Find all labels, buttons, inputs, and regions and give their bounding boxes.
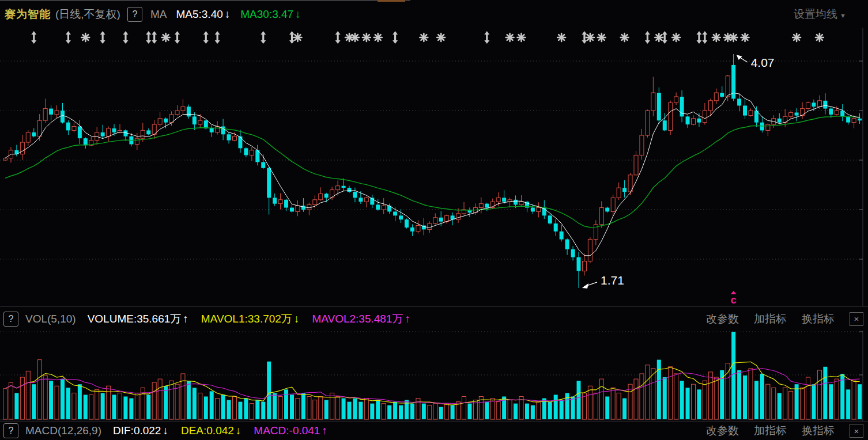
- macd-indicator-label: MACD(12,26,9): [25, 424, 101, 437]
- macd-change-params-button[interactable]: 改参数: [706, 423, 739, 438]
- macd-help-button[interactable]: ?: [3, 423, 18, 438]
- ma5-down-arrow-icon: ↓: [225, 8, 231, 20]
- vol-change-params-button[interactable]: 改参数: [706, 312, 739, 327]
- chart-header: 赛为智能 (日线,不复权) ? MA MA5:3.40↓ MA30:3.47↓ …: [0, 1, 868, 28]
- ma-help-button[interactable]: ?: [127, 7, 142, 22]
- ma30-value: MA30:3.47↓: [240, 8, 300, 21]
- svg-text:1.71: 1.71: [601, 274, 624, 287]
- period-label: (日线,不复权): [55, 7, 120, 22]
- dif-down-arrow-icon: ↓: [163, 424, 168, 437]
- volume-value: VOLUME:35.661万↑: [88, 312, 188, 327]
- macd-switch-indicator-button[interactable]: 换指标: [802, 423, 835, 438]
- mavol2-up-arrow-icon: ↑: [405, 313, 410, 325]
- macd-value: MACD:-0.041↑: [254, 424, 327, 437]
- set-ma-dropdown[interactable]: 设置均线▼: [794, 7, 846, 22]
- vol-close-button[interactable]: ×: [850, 312, 863, 326]
- vol-help-button[interactable]: ?: [3, 312, 18, 327]
- mavol1-value: MAVOL1:33.702万↓: [201, 312, 300, 327]
- ma-group-label: MA: [150, 8, 167, 21]
- volume-indicator-bar: ? VOL(5,10) VOLUME:35.661万↑ MAVOL1:33.70…: [0, 307, 868, 331]
- volume-up-arrow-icon: ↑: [183, 313, 188, 325]
- svg-text:4.07: 4.07: [751, 56, 775, 69]
- close-icon: ×: [854, 426, 859, 436]
- mavol2-value: MAVOL2:35.481万↑: [312, 312, 410, 327]
- macd-up-arrow-icon: ↑: [322, 424, 327, 437]
- svg-text:c: c: [731, 294, 737, 306]
- ma5-value: MA5:3.40↓: [176, 8, 230, 21]
- stock-chart-app: 赛为智能 (日线,不复权) ? MA MA5:3.40↓ MA30:3.47↓ …: [0, 0, 868, 440]
- dif-value: DIF:0.022↓: [113, 424, 168, 437]
- macd-indicator-bar: ? MACD(12,26,9) DIF:0.022↓ DEA:0.042↓ MA…: [0, 422, 868, 440]
- main-chart-canvas[interactable]: 4.071.71c: [0, 28, 868, 306]
- stock-name: 赛为智能: [5, 7, 51, 22]
- chevron-down-icon: ▼: [840, 12, 846, 19]
- vol-add-indicator-button[interactable]: 加指标: [754, 312, 787, 327]
- macd-add-indicator-button[interactable]: 加指标: [754, 423, 787, 438]
- macd-close-button[interactable]: ×: [850, 424, 863, 438]
- vol-switch-indicator-button[interactable]: 换指标: [802, 312, 835, 327]
- dea-down-arrow-icon: ↓: [236, 424, 241, 437]
- close-icon: ×: [854, 314, 859, 324]
- dea-value: DEA:0.042↓: [181, 424, 241, 437]
- vol-indicator-label: VOL(5,10): [25, 313, 76, 325]
- ma30-down-arrow-icon: ↓: [295, 8, 301, 20]
- volume-chart-canvas[interactable]: [0, 331, 868, 421]
- mavol1-down-arrow-icon: ↓: [294, 313, 300, 325]
